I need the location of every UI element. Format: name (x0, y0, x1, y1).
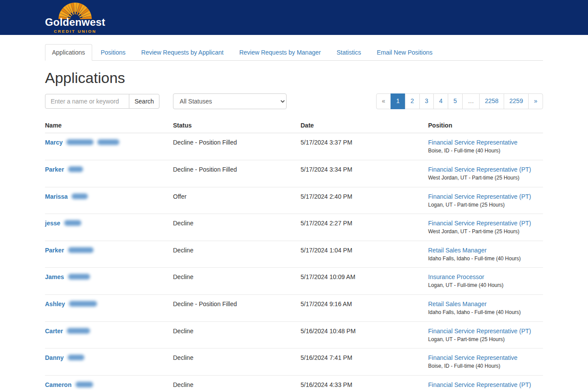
position-link[interactable]: Retail Sales Manager (428, 247, 487, 254)
pagination-page-5[interactable]: 5 (448, 93, 463, 109)
position-link[interactable]: Retail Sales Manager (428, 300, 487, 307)
redacted-last-name (67, 328, 90, 334)
redacted-last-name (97, 139, 119, 145)
applicant-name-link[interactable]: Ashley (45, 300, 65, 307)
applicant-name-link[interactable]: Cameron (45, 381, 72, 388)
pagination-ellipsis: … (462, 93, 480, 109)
page-title: Applications (45, 70, 543, 86)
applicant-name-link[interactable]: Parker (45, 166, 64, 173)
redacted-last-name (68, 274, 90, 280)
applicant-name-link[interactable]: jesse (45, 220, 60, 227)
position-cell: Financial Service RepresentativeBoise, I… (428, 354, 543, 370)
applicant-name-cell: Cameron (45, 381, 173, 390)
position-cell: Retail Sales ManagerIdaho Falls, Idaho -… (428, 300, 543, 316)
application-date: 5/17/2024 3:37 PM (301, 139, 428, 155)
applicant-name-cell: Marcy (45, 139, 173, 155)
applicant-name-link[interactable]: Marcy (45, 139, 62, 146)
applicant-name-link[interactable]: James (45, 273, 64, 280)
applicant-name-link[interactable]: Danny (45, 354, 64, 361)
column-header-name: Name (45, 122, 173, 129)
applicant-name-cell: Parker (45, 247, 173, 262)
status-filter-select[interactable]: All Statuses (173, 93, 287, 109)
position-link[interactable]: Financial Service Representative (PT) (428, 381, 531, 388)
controls-row: Search All Statuses «12345…22582259» (45, 93, 543, 109)
table-row: CarterDecline5/16/2024 10:48 PMFinancial… (45, 322, 543, 349)
position-link[interactable]: Financial Service Representative (428, 354, 518, 361)
applicant-name-cell: Danny (45, 354, 173, 370)
position-location: Logan, UT - Part-time (25 Hours) (428, 202, 538, 209)
position-link[interactable]: Financial Service Representative (PT) (428, 328, 531, 335)
position-location: Boise, ID - Full-time (40 Hours) (428, 363, 538, 370)
application-date: 5/17/2024 10:09 AM (301, 273, 428, 289)
applicant-name-cell: Carter (45, 328, 173, 343)
search-input[interactable] (45, 94, 129, 109)
table-row: DannyDecline5/16/2024 7:41 PMFinancial S… (45, 349, 543, 376)
applicant-name-link[interactable]: Marissa (45, 193, 68, 200)
position-cell: Retail Sales ManagerIdaho Falls, Idaho -… (428, 247, 543, 262)
pagination-page-4[interactable]: 4 (433, 93, 448, 109)
position-link[interactable]: Financial Service Representative (PT) (428, 166, 531, 173)
position-link[interactable]: Insurance Processor (428, 273, 484, 280)
pagination-prev[interactable]: « (376, 93, 391, 109)
search-button[interactable]: Search (129, 94, 159, 109)
tab-applications[interactable]: Applications (45, 44, 92, 61)
applicant-name-cell: Parker (45, 166, 173, 182)
position-location: West Jordan, UT - Part-time (25 Hours) (428, 175, 538, 182)
position-link[interactable]: Financial Service Representative (PT) (428, 193, 531, 200)
applicant-name-link[interactable]: Parker (45, 247, 64, 254)
position-link[interactable]: Financial Service Representative (428, 139, 518, 146)
pagination-page-1[interactable]: 1 (391, 93, 405, 109)
table-row: ParkerDecline - Position Filled5/17/2024… (45, 160, 543, 187)
position-location: Logan, UT - Full-time (40 Hours) (428, 282, 538, 289)
application-status: Decline (173, 381, 301, 390)
pagination-page-2259[interactable]: 2259 (504, 93, 529, 109)
applicant-name-cell: James (45, 273, 173, 289)
pagination-page-2258[interactable]: 2258 (479, 93, 504, 109)
application-status: Decline - Position Filled (173, 166, 301, 182)
position-location: Idaho Falls, Idaho - Full-time (40 Hours… (428, 255, 538, 262)
position-link[interactable]: Financial Service Representative (PT) (428, 220, 531, 227)
brand-name: Goldenwest (45, 17, 105, 28)
applicant-name-cell: Marissa (45, 193, 173, 209)
applicant-name-link[interactable]: Carter (45, 328, 63, 335)
application-date: 5/17/2024 3:34 PM (301, 166, 428, 182)
application-status: Decline (173, 354, 301, 370)
tab-statistics[interactable]: Statistics (329, 44, 368, 61)
application-status: Offer (173, 193, 301, 209)
position-location: Logan, UT - Part-time (25 Hours) (428, 336, 538, 343)
position-cell: Financial Service RepresentativeBoise, I… (428, 139, 543, 155)
search-group: Search (45, 94, 159, 109)
table-header-row: Name Status Date Position (45, 118, 543, 133)
column-header-status: Status (173, 122, 301, 129)
nav-tabs: ApplicationsPositionsReview Requests by … (45, 44, 543, 61)
redacted-last-name (68, 355, 84, 360)
redacted-last-name (76, 382, 93, 387)
application-date: 5/17/2024 2:27 PM (301, 220, 428, 235)
application-date: 5/16/2024 10:48 PM (301, 328, 428, 343)
pagination-next[interactable]: » (528, 93, 543, 109)
column-header-position: Position (428, 122, 543, 129)
application-status: Decline (173, 273, 301, 289)
pagination-page-3[interactable]: 3 (419, 93, 434, 109)
position-cell: Financial Service Representative (PT)Log… (428, 328, 543, 343)
table-row: CameronDecline5/16/2024 4:33 PMFinancial… (45, 376, 543, 390)
tab-review-requests-by-manager[interactable]: Review Requests by Manager (232, 44, 328, 61)
application-status: Decline (173, 220, 301, 235)
table-row: JamesDecline5/17/2024 10:09 AMInsurance … (45, 268, 543, 295)
applications-table: Name Status Date Position MarcyDecline -… (45, 118, 543, 390)
tab-email-new-positions[interactable]: Email New Positions (370, 44, 439, 61)
goldenwest-logo[interactable]: Goldenwest CREDIT UNION (45, 2, 105, 34)
table-row: AshleyDecline - Position Filled5/17/2024… (45, 295, 543, 322)
pagination-page-2[interactable]: 2 (405, 93, 420, 109)
table-row: MarcyDecline - Position Filled5/17/2024 … (45, 133, 543, 160)
application-date: 5/17/2024 1:04 PM (301, 247, 428, 262)
tab-positions[interactable]: Positions (94, 44, 133, 61)
application-date: 5/16/2024 7:41 PM (301, 354, 428, 370)
applicant-name-cell: jesse (45, 220, 173, 235)
application-date: 5/17/2024 2:40 PM (301, 193, 428, 209)
position-cell: Financial Service Representative (PT)Wes… (428, 166, 543, 182)
position-location: West Jordan, UT - Part-time (25 Hours) (428, 228, 538, 235)
app-header: Goldenwest CREDIT UNION (0, 0, 588, 35)
application-status: Decline - Position Filled (173, 300, 301, 316)
tab-review-requests-by-applicant[interactable]: Review Requests by Applicant (134, 44, 230, 61)
